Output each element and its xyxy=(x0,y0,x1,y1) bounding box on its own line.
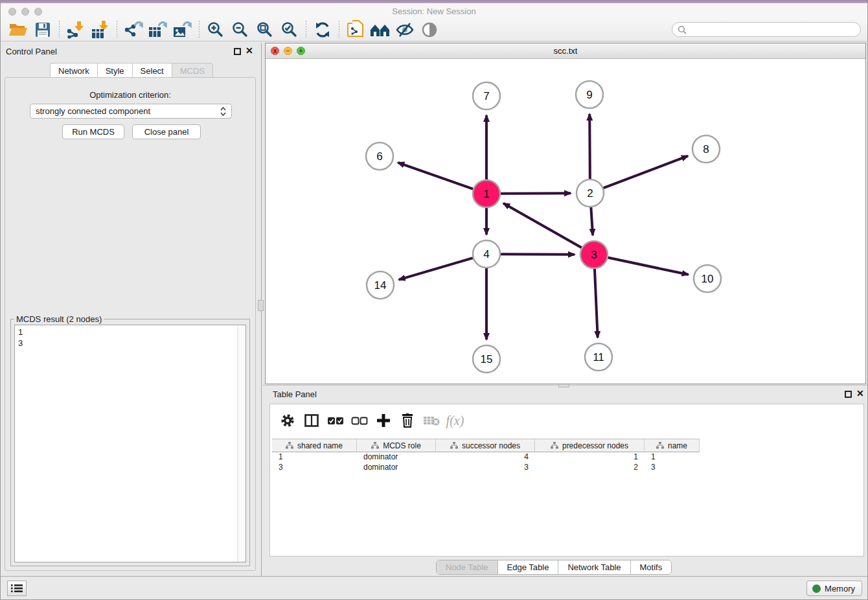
mcds-result-textarea[interactable]: 13 xyxy=(14,325,246,562)
graph-node-label: 2 xyxy=(587,187,593,200)
float-table-panel-icon[interactable] xyxy=(845,391,852,398)
sort-tree-icon xyxy=(656,442,664,449)
float-panel-icon[interactable] xyxy=(234,48,241,55)
close-panel-button[interactable]: Close panel xyxy=(132,124,201,139)
search-box[interactable] xyxy=(672,22,861,37)
window-title: Session: New Session xyxy=(1,6,867,16)
criterion-dropdown[interactable]: strongly connected component xyxy=(30,104,232,119)
fx-label: f(x) xyxy=(446,413,464,428)
table-panel: Table Panel ✕ xyxy=(265,386,868,576)
zoom-selected-icon[interactable] xyxy=(279,20,301,40)
column-header-name[interactable]: name xyxy=(645,439,700,452)
stepper-arrows-icon xyxy=(220,107,226,116)
toolbar-separator xyxy=(339,21,339,39)
close-table-panel-icon[interactable]: ✕ xyxy=(856,389,864,398)
export-table-icon[interactable] xyxy=(147,20,169,40)
table-cell[interactable]: dominator xyxy=(357,452,436,462)
table-cell[interactable]: 1 xyxy=(272,452,357,462)
graph-edge-2-3[interactable] xyxy=(591,207,593,235)
settings-gear-icon[interactable] xyxy=(275,410,299,432)
clone-network-icon[interactable] xyxy=(345,20,367,40)
table-cell[interactable]: 3 xyxy=(272,462,357,472)
import-table-icon[interactable] xyxy=(89,20,111,40)
zoom-out-icon[interactable] xyxy=(229,20,251,40)
table-panel-body: f(x) shared nameMCDS rolesuccessor nodes… xyxy=(269,404,864,557)
column-header-shared-name[interactable]: shared name xyxy=(272,439,357,452)
export-image-icon[interactable] xyxy=(172,20,194,40)
network-window-title: scc.txt xyxy=(266,46,865,56)
sort-tree-icon xyxy=(286,442,293,449)
show-panel-eye-icon[interactable] xyxy=(418,20,440,40)
table-row[interactable]: 3dominator323 xyxy=(272,462,700,472)
close-panel-icon[interactable]: ✕ xyxy=(246,46,253,55)
refresh-layout-icon[interactable] xyxy=(312,20,334,40)
graph-edge-1-2[interactable] xyxy=(501,193,571,194)
function-builder-icon[interactable]: f(x) xyxy=(443,410,467,432)
export-network-icon[interactable] xyxy=(122,20,144,40)
mcds-result-fieldset: MCDS result (2 nodes) 13 xyxy=(10,319,250,566)
tab-node-table[interactable]: Node Table xyxy=(437,560,497,574)
tab-network-table[interactable]: Network Table xyxy=(558,560,630,574)
mac-titlebar: Session: New Session xyxy=(1,3,867,19)
unselect-all-icon[interactable] xyxy=(347,410,371,432)
tab-motifs[interactable]: Motifs xyxy=(630,560,672,574)
table-cell[interactable]: 1 xyxy=(645,452,700,462)
memory-button[interactable]: Memory xyxy=(806,581,862,596)
vertical-splitter-handle[interactable] xyxy=(258,300,264,311)
add-row-icon[interactable] xyxy=(371,410,395,432)
graph-edge-2-9[interactable] xyxy=(589,114,590,179)
optimization-criterion-label: Optimization criterion: xyxy=(5,90,255,100)
run-mcds-button[interactable]: Run MCDS xyxy=(62,124,124,139)
graph-edge-4-3[interactable] xyxy=(501,254,575,255)
zoom-in-icon[interactable] xyxy=(205,20,227,40)
column-header-successor-nodes[interactable]: successor nodes xyxy=(436,439,535,452)
column-header-label: predecessor nodes xyxy=(562,441,628,450)
hide-panel-eye-icon[interactable] xyxy=(394,20,416,40)
table-cell[interactable]: 2 xyxy=(535,462,645,472)
toolbar-separator xyxy=(117,21,117,39)
import-network-icon[interactable] xyxy=(65,20,87,40)
memory-label: Memory xyxy=(825,584,855,594)
home-layout-icon[interactable] xyxy=(369,20,391,40)
table-cell[interactable]: 1 xyxy=(535,452,645,462)
column-header-MCDS-role[interactable]: MCDS role xyxy=(357,439,436,452)
search-input[interactable] xyxy=(687,24,860,36)
graph-node-label: 1 xyxy=(483,188,489,200)
graph-edge-3-11[interactable] xyxy=(595,269,598,338)
zoom-fit-icon[interactable] xyxy=(254,20,276,40)
delete-table-icon[interactable] xyxy=(419,410,443,432)
graph-node-label: 9 xyxy=(586,89,592,101)
save-session-icon[interactable] xyxy=(32,20,54,40)
task-history-button[interactable] xyxy=(7,581,27,596)
column-selector-icon[interactable] xyxy=(299,410,323,432)
graph-node-label: 3 xyxy=(591,249,597,261)
graph-node-label: 4 xyxy=(483,248,489,260)
sort-tree-icon xyxy=(371,442,379,449)
network-window-titlebar[interactable]: x − + scc.txt xyxy=(266,43,865,59)
toolbar-separator xyxy=(59,21,60,39)
column-header-predecessor-nodes[interactable]: predecessor nodes xyxy=(535,439,645,452)
graph-node-label: 14 xyxy=(374,279,387,292)
mcds-result-title: MCDS result (2 nodes) xyxy=(14,314,104,324)
mcds-result-scrollbar[interactable] xyxy=(237,325,246,562)
graph-edge-3-10[interactable] xyxy=(608,258,689,275)
toolbar-separator xyxy=(306,21,306,39)
tab-edge-table[interactable]: Edge Table xyxy=(497,560,558,574)
network-canvas[interactable]: 1234678910111415 xyxy=(266,59,865,384)
open-session-icon[interactable] xyxy=(7,20,29,40)
graph-edge-2-8[interactable] xyxy=(604,156,688,189)
column-header-label: name xyxy=(668,441,687,450)
delete-row-icon[interactable] xyxy=(395,410,419,432)
column-header-label: successor nodes xyxy=(462,441,520,450)
graph-edge-4-14[interactable] xyxy=(399,258,473,279)
table-cell[interactable]: dominator xyxy=(357,462,436,472)
graph-node-label: 15 xyxy=(481,353,493,365)
table-cell[interactable]: 3 xyxy=(436,462,535,472)
table-row[interactable]: 1dominator411 xyxy=(272,452,700,462)
table-cell[interactable]: 4 xyxy=(436,452,535,462)
select-all-icon[interactable] xyxy=(323,410,347,432)
graph-edge-1-6[interactable] xyxy=(398,163,473,189)
graph-edge-3-1[interactable] xyxy=(503,203,582,248)
list-icon xyxy=(11,584,23,593)
table-cell[interactable]: 3 xyxy=(645,462,700,472)
